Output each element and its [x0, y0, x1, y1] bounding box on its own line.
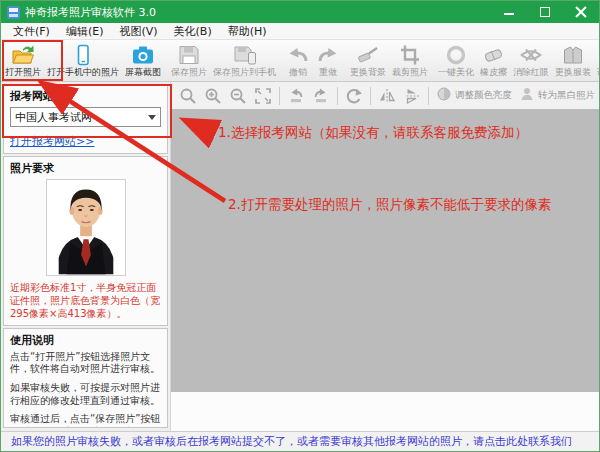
- brightness-circle-icon: [436, 86, 452, 106]
- instruction-paragraph: 审核通过后，点击“保存照片”按钮可以将通过后的照片保存到文件中。: [10, 413, 161, 428]
- change-background-label: 更换背景: [350, 66, 386, 79]
- phone-photo-icon: [70, 43, 96, 66]
- change-clothes-icon: [560, 43, 586, 66]
- menu-view[interactable]: 视图(V): [111, 24, 165, 39]
- main-toolbar: 打开照片 打开手机中的照片 屏幕截图 保存照片 保存照片到手机: [1, 40, 599, 82]
- rotate-right-icon[interactable]: [310, 86, 332, 106]
- crop-photo-icon: [397, 43, 423, 66]
- view-toolbar: 调整颜色亮度 转为黑白照片: [171, 82, 599, 109]
- photo-requirements-text: 近期彩色标准1寸，半身免冠正面证件照，照片底色背景为白色（宽295像素×高413…: [10, 281, 161, 321]
- menu-file[interactable]: 文件(F): [5, 24, 58, 39]
- zoom-icon[interactable]: [177, 86, 199, 106]
- open-photo-button[interactable]: 打开照片: [2, 40, 44, 81]
- open-exam-website-link[interactable]: 打开报考网站>>: [10, 134, 94, 149]
- content-area: 报考网站 中国人事考试网 打开报考网站>> 照片要求: [1, 82, 599, 431]
- menu-beautify[interactable]: 美化(B): [166, 24, 220, 39]
- undo-button[interactable]: 撤销: [283, 40, 313, 81]
- crop-photo-label: 裁剪照片: [392, 66, 428, 79]
- toolbar-separator: [370, 87, 371, 105]
- save-to-phone-button[interactable]: 保存照片到手机: [210, 40, 279, 81]
- close-icon[interactable]: [575, 6, 587, 18]
- sample-photo: [46, 179, 126, 276]
- window-title: 神奇报考照片审核软件 3.0: [25, 5, 156, 20]
- to-grayscale-label: 转为黑白照片: [538, 89, 595, 102]
- toolbar-separator: [279, 87, 280, 105]
- statusbar: 如果您的照片审核失败，或者审核后在报考网站提交不了，或者需要审核其他报考网站的照…: [1, 431, 599, 451]
- rotate-left-icon[interactable]: [285, 86, 307, 106]
- redo-button[interactable]: 重做: [313, 40, 343, 81]
- rotate-icon[interactable]: [343, 86, 365, 106]
- adjust-shoulder-button[interactable]: 调整肩高: [594, 40, 600, 81]
- instruction-paragraph: 如果审核失败，可按提示对照片进行相应的修改处理直到通过审核。: [10, 382, 161, 407]
- menu-help[interactable]: 帮助(H): [220, 24, 275, 39]
- titlebar: 神奇报考照片审核软件 3.0: [1, 1, 599, 23]
- chevron-down-icon: [148, 115, 156, 120]
- usage-instructions-section: 使用说明 点击“打开照片”按钮选择照片文件，软件将自动对照片进行审核。 如果审核…: [3, 328, 168, 428]
- photo-canvas: 1.选择报考网站（如果没有，请联系客服免费添加） 2.打开需要处理的照片，照片像…: [171, 109, 599, 392]
- sidebar: 报考网站 中国人事考试网 打开报考网站>> 照片要求: [1, 82, 171, 431]
- remove-red-eye-label: 消除红眼: [513, 66, 549, 79]
- redo-label: 重做: [319, 66, 337, 79]
- open-photo-label: 打开照片: [5, 66, 41, 79]
- instruction-paragraph: 点击“打开照片”按钮选择照片文件，软件将自动对照片进行审核。: [10, 351, 161, 376]
- exam-website-selected-value: 中国人事考试网: [15, 110, 92, 125]
- change-background-button[interactable]: 更换背景: [347, 40, 389, 81]
- save-photo-button[interactable]: 保存照片: [168, 40, 210, 81]
- crop-photo-button[interactable]: 裁剪照片: [389, 40, 431, 81]
- exam-website-select[interactable]: 中国人事考试网: [10, 107, 161, 127]
- maximize-icon[interactable]: [539, 6, 551, 18]
- save-photo-icon: [176, 43, 202, 66]
- exam-website-title: 报考网站: [10, 89, 161, 104]
- zoom-in-icon[interactable]: [202, 86, 224, 106]
- flip-horizontal-icon[interactable]: [376, 86, 398, 106]
- toolbar-separator: [428, 87, 429, 105]
- undo-label: 撤销: [289, 66, 307, 79]
- usage-instructions-title: 使用说明: [10, 333, 161, 348]
- annotation-step1: 1.选择报考网站（如果没有，请联系客服免费添加）: [218, 124, 528, 142]
- save-photo-label: 保存照片: [171, 66, 207, 79]
- flip-vertical-icon[interactable]: [401, 86, 423, 106]
- eraser-button[interactable]: 橡皮擦: [477, 40, 510, 81]
- status-contact-link[interactable]: 如果您的照片审核失败，或者审核后在报考网站提交不了，或者需要审核其他报考网站的照…: [11, 434, 572, 449]
- grayscale-person-icon: [519, 86, 535, 106]
- menu-edit[interactable]: 编辑(E): [58, 24, 112, 39]
- photo-requirements-title: 照片要求: [10, 161, 161, 176]
- toolbar-separator: [337, 87, 338, 105]
- remove-red-eye-button[interactable]: 消除红眼: [510, 40, 552, 81]
- screenshot-camera-icon: [130, 43, 156, 66]
- save-to-phone-label: 保存照片到手机: [213, 66, 276, 79]
- adjust-brightness-label: 调整颜色亮度: [455, 89, 512, 102]
- to-grayscale-button[interactable]: 转为黑白照片: [517, 85, 597, 107]
- undo-icon: [286, 43, 310, 66]
- menubar: 文件(F) 编辑(E) 视图(V) 美化(B) 帮助(H): [1, 23, 599, 40]
- eraser-label: 橡皮擦: [480, 66, 507, 79]
- remove-red-eye-icon: [518, 43, 544, 66]
- fit-screen-icon[interactable]: [252, 86, 274, 106]
- photo-requirements-section: 照片要求: [3, 156, 168, 326]
- exam-website-section: 报考网站 中国人事考试网 打开报考网站>>: [3, 84, 168, 154]
- app-logo-icon: [7, 6, 20, 19]
- redo-icon: [316, 43, 340, 66]
- open-phone-photo-label: 打开手机中的照片: [47, 66, 119, 79]
- save-to-phone-icon: [232, 43, 258, 66]
- one-click-beautify-label: 一键美化: [438, 66, 474, 79]
- change-clothes-label: 更换服装: [555, 66, 591, 79]
- eraser-icon: [481, 43, 507, 66]
- zoom-out-icon[interactable]: [227, 86, 249, 106]
- canvas-bottom-strip: [171, 392, 599, 431]
- main-area: 调整颜色亮度 转为黑白照片 1.选择报考网站（如果没有，请联系客服免费添加） 2…: [171, 82, 599, 431]
- open-photo-folder-icon: [10, 43, 36, 66]
- screenshot-label: 屏幕截图: [125, 66, 161, 79]
- one-click-beautify-button[interactable]: 一键美化: [435, 40, 477, 81]
- screenshot-button[interactable]: 屏幕截图: [122, 40, 164, 81]
- change-clothes-button[interactable]: 更换服装: [552, 40, 594, 81]
- annotation-step2: 2.打开需要处理的照片，照片像素不能低于要求的像素: [228, 196, 551, 214]
- open-phone-photo-button[interactable]: 打开手机中的照片: [44, 40, 122, 81]
- app-window: 神奇报考照片审核软件 3.0 文件(F) 编辑(E) 视图(V) 美化(B) 帮…: [0, 0, 600, 452]
- minimize-icon[interactable]: [503, 6, 515, 18]
- change-background-icon: [355, 43, 381, 66]
- adjust-brightness-button[interactable]: 调整颜色亮度: [434, 85, 514, 107]
- one-click-beautify-icon: [444, 43, 468, 66]
